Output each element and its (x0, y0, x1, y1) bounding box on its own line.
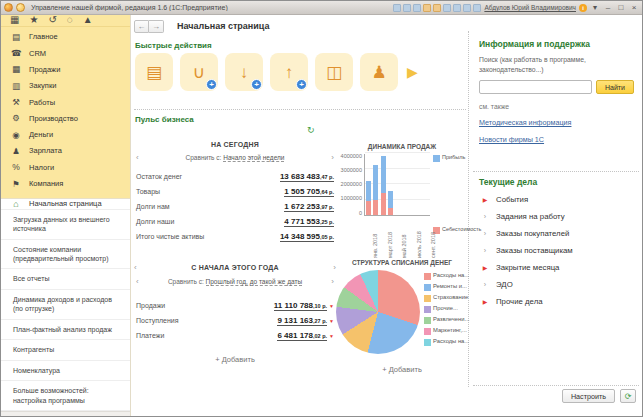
value-link[interactable]: 1 505 705,64 р. (284, 187, 334, 197)
quick-action-money-in[interactable]: ↓+ (225, 53, 263, 91)
sidebar-link-plan-fact[interactable]: План-фактный анализ продаж (1, 320, 130, 340)
back-button[interactable]: ← (134, 20, 149, 33)
close-button[interactable]: × (629, 3, 639, 12)
value-link[interactable]: 4 771 553,25 р. (284, 217, 334, 227)
value-link[interactable]: 1 672 253,97 р. (284, 202, 334, 212)
register-icon: ▦ (11, 64, 21, 74)
sidebar-item-home[interactable]: ⌂ Начальная страница (1, 198, 130, 210)
value-link[interactable]: 14 348 595,05 р. (280, 232, 334, 242)
zoom-icon[interactable] (463, 4, 471, 12)
sidebar-link-external-data[interactable]: Загрузка данных из внешнего источника (1, 210, 130, 240)
menu-grid-icon[interactable]: ▦ (10, 15, 19, 25)
sidebar-item-proizvodstvo[interactable]: ⚙Производство (1, 110, 130, 126)
calendar-icon[interactable] (443, 4, 451, 12)
task-customer-orders[interactable]: ›Заказы покупателей (471, 225, 642, 242)
bar-апр. 2018 (388, 191, 393, 215)
pulse-row-net-assets: Итого чистые активы14 348 595,05 р. (134, 232, 336, 247)
sidebar-link-all-reports[interactable]: Все отчеты (1, 269, 130, 289)
quick-action-basket-add[interactable]: ∪+ (180, 53, 218, 91)
sidebar-item-glavnoe[interactable]: ▤Главное (1, 29, 130, 45)
sidebar-item-nalogi[interactable]: %Налоги (1, 159, 130, 175)
1c-news-link[interactable]: Новости фирмы 1С (479, 135, 634, 144)
task-supplier-orders[interactable]: ›Заказы поставщикам (471, 242, 642, 259)
sidebar-item-kompaniya[interactable]: ⚑Компания (1, 175, 130, 191)
current-user-link[interactable]: Абдулов Юрий Владимирович (484, 4, 576, 11)
download-icon[interactable] (433, 4, 441, 12)
task-edo[interactable]: ›ЭДО (471, 276, 642, 293)
pulse-refresh-icon[interactable]: ↻ (307, 125, 315, 135)
app-window: Управление нашей фирмой, редакция 1.6 (1… (0, 0, 643, 417)
task-work-orders[interactable]: ›Задания на работу (471, 208, 642, 225)
ytd-prev-chevron[interactable]: ‹ (134, 263, 137, 272)
history-icon[interactable]: ↺ (48, 15, 56, 25)
support-search-input[interactable] (479, 80, 592, 94)
trend-down-icon: ▼ (329, 333, 334, 339)
sidebar-page-links: Загрузка данных из внешнего источника Со… (1, 210, 130, 411)
sidebar-item-zakupki[interactable]: ▥Закупки (1, 78, 130, 94)
bar-февр. 2018 (373, 165, 378, 215)
ytd-row-receipts: Поступления9 131 163,27 р.▼ (134, 309, 336, 324)
add-chart-link[interactable]: + Добавить (338, 365, 466, 374)
today-next-chevron[interactable]: › (331, 153, 334, 162)
bar-chart-plot (364, 154, 430, 216)
preview-icon[interactable] (413, 4, 421, 12)
task-other[interactable]: ▶Прочие дела (471, 293, 642, 310)
today-compare-link[interactable]: Начало этой недели (223, 154, 284, 162)
app-quick-menu-button[interactable] (16, 3, 25, 12)
sidebar-item-zarplata[interactable]: ♟Зарплата (1, 143, 130, 159)
sidebar-link-nomenclature[interactable]: Номенклатура (1, 361, 130, 381)
quick-actions-more-chevron[interactable]: ▶ (407, 64, 418, 80)
search-icon[interactable]: ◌ (67, 15, 73, 25)
money-in-icon: ↓ (240, 64, 249, 81)
methodical-info-link[interactable]: Методическая информация (479, 118, 634, 127)
red-arrow-icon: ▶ (481, 264, 489, 271)
upload-icon[interactable] (423, 4, 431, 12)
notifications-bell-icon[interactable]: ▲ (83, 15, 93, 25)
quick-action-cash-register[interactable]: ▤ (135, 53, 173, 91)
percent-icon: % (11, 162, 21, 172)
ytd-section: ‹ С НАЧАЛА ЭТОГО ГОДА › ‹ Сравнить с: Пр… (134, 263, 336, 364)
info-icon[interactable]: i (579, 4, 587, 12)
add-indicator-link[interactable]: + Добавить (134, 355, 336, 364)
sidebar-link-income-dynamics[interactable]: Динамика доходов и расходов (по отгрузке… (1, 290, 130, 320)
quick-action-courier[interactable]: ♟ (360, 53, 398, 91)
sidebar-item-crm[interactable]: ☎CRM (1, 45, 130, 61)
sidebar-item-dengi[interactable]: ◉Деньги (1, 127, 130, 143)
find-button[interactable]: Найти (596, 80, 634, 94)
favorites-star-icon[interactable]: ★ (29, 15, 38, 25)
calculator-icon[interactable] (453, 4, 461, 12)
task-month-closing[interactable]: ▶Закрытие месяца (471, 259, 642, 276)
maximize-button[interactable]: □ (616, 3, 626, 12)
quick-action-money-out[interactable]: ↑+ (270, 53, 308, 91)
flag-icon: ⚑ (11, 179, 21, 189)
ytd-title: С НАЧАЛА ЭТОГО ГОДА (143, 264, 327, 271)
sidebar-link-counterparties[interactable]: Контрагенты (1, 340, 130, 360)
task-events[interactable]: ▶События (471, 191, 642, 208)
sidebar-link-more-settings[interactable]: Больше возможностей: настройка программы (1, 381, 130, 411)
ytd-compare-next-chevron[interactable]: › (331, 277, 334, 286)
columns-icon[interactable] (473, 4, 481, 12)
value-link[interactable]: 6 481 178,02 р. (277, 331, 327, 341)
sidebar-link-company-state[interactable]: Состояние компании (предварительный прос… (1, 240, 130, 270)
ytd-compare-prev-chevron[interactable]: ‹ (136, 277, 139, 286)
sidebar-item-raboty[interactable]: ⚒Работы (1, 94, 130, 110)
sidebar-item-prodazhi[interactable]: ▦Продажи (1, 61, 130, 77)
forward-button[interactable]: → (149, 20, 164, 33)
value-link[interactable]: 13 683 483,47 р. (280, 172, 334, 182)
quick-action-goods[interactable]: ◫ (315, 53, 353, 91)
save-icon[interactable] (393, 4, 401, 12)
search-hint: Поиск (как работать в программе, законод… (479, 55, 634, 74)
today-prev-chevron[interactable]: ‹ (136, 153, 139, 162)
pie-chart (336, 270, 420, 354)
ytd-compare-link[interactable]: Прошлый год, до такой же даты (206, 278, 303, 286)
print-icon[interactable] (403, 4, 411, 12)
tools-icon: ⚒ (11, 97, 21, 107)
app-main-menu-button[interactable] (4, 3, 13, 12)
refresh-button[interactable]: ⟳ (620, 389, 636, 403)
menu-arrow-icon[interactable]: ▾ (590, 3, 600, 12)
minimize-button[interactable]: – (603, 3, 613, 12)
today-section: НА СЕГОДНЯ ‹ Сравнить с: Начало этой нед… (134, 141, 336, 247)
configure-button[interactable]: Настроить (562, 389, 615, 403)
legend-item: Себестоимость (433, 226, 464, 234)
pie-chart-legend: Расходы на...Ремонты и...СтрахованиеПроч… (420, 270, 469, 354)
